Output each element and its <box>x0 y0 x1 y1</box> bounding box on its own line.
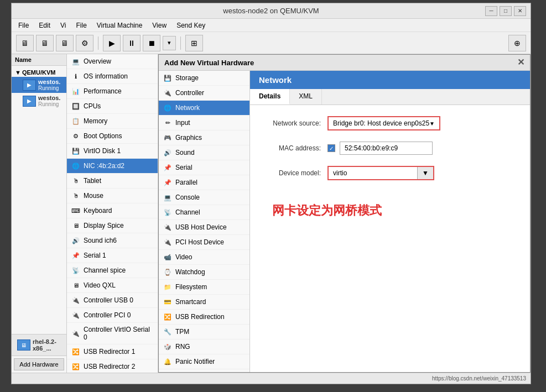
hw-controller-usb-label: Controller USB 0 <box>84 296 133 304</box>
menu-edit[interactable]: Edit <box>34 20 55 30</box>
dialog-close-button[interactable]: ✕ <box>517 58 524 67</box>
performance-icon: 📊 <box>71 87 80 96</box>
dlg-controller[interactable]: 🔌 Controller <box>159 86 249 101</box>
hw-usb-redirect2-label: USB Redirector 2 <box>84 363 135 370</box>
add-hardware-button[interactable]: Add Hardware <box>14 358 64 370</box>
mac-address-input[interactable] <box>340 142 433 155</box>
dlg-parallel[interactable]: 📌 Parallel <box>159 175 249 190</box>
nic-icon: 🌐 <box>71 161 80 170</box>
dlg-console-label: Console <box>175 194 200 201</box>
hw-overview[interactable]: 💻 Overview <box>67 54 158 69</box>
menu-view[interactable]: View <box>148 20 171 30</box>
hw-performance[interactable]: 📊 Performance <box>67 84 158 99</box>
hw-display-spice[interactable]: 🖥 Display Spice <box>67 218 158 233</box>
dlg-graphics[interactable]: 🎮 Graphics <box>159 130 249 145</box>
dlg-pci-host-icon: 🔌 <box>163 238 172 247</box>
toolbar-separator-2 <box>180 36 181 50</box>
device-model-input[interactable] <box>329 167 417 179</box>
toolbar-monitor-btn[interactable]: 🖥 <box>16 35 34 51</box>
maximize-button[interactable]: □ <box>500 6 512 16</box>
dlg-network[interactable]: 🌐 Network <box>159 101 249 116</box>
device-model-dropdown-btn[interactable]: ▼ <box>417 167 433 179</box>
network-panel: Network Details XML Network source: <box>250 71 530 372</box>
hw-video-qxl[interactable]: 🖥 Video QXL <box>67 278 158 293</box>
network-source-row: Network source: Bridge br0: Host device … <box>261 116 519 130</box>
toolbar-display-btn[interactable]: 🖥 <box>56 35 74 51</box>
dlg-rng[interactable]: 🎲 RNG <box>159 339 249 354</box>
hw-tablet[interactable]: 🖱 Tablet <box>67 174 158 189</box>
qemu-kvm-label[interactable]: ▼ QEMU/KVM <box>12 68 66 77</box>
vm-item-westos2[interactable]: ▶ westos. Running <box>12 93 66 109</box>
dlg-storage[interactable]: 💾 Storage <box>159 71 249 86</box>
dlg-serial[interactable]: 📌 Serial <box>159 160 249 175</box>
toolbar-screen-btn[interactable]: 🖥 <box>36 35 54 51</box>
close-button[interactable]: ✕ <box>514 6 526 16</box>
tab-details[interactable]: Details <box>250 89 290 104</box>
menu-vi[interactable]: Vi <box>56 20 70 30</box>
hw-nic[interactable]: 🌐 NIC :4b:2a:d2 <box>67 159 158 174</box>
dlg-sound[interactable]: 🔊 Sound <box>159 145 249 160</box>
hw-virtio-disk-label: VirtIO Disk 1 <box>84 147 121 155</box>
network-source-select[interactable]: Bridge br0: Host device enp0s25 ▼ <box>327 116 440 130</box>
hw-mouse[interactable]: 🖱 Mouse <box>67 189 158 203</box>
mouse-icon: 🖱 <box>71 191 80 200</box>
vm-item-rhel[interactable]: 🖥 rhel-8.2-x86_... <box>15 337 63 353</box>
tab-xml[interactable]: XML <box>290 89 322 104</box>
vm-item-westos1[interactable]: ▶ westos. Running <box>12 77 66 93</box>
menu-file[interactable]: File <box>14 20 33 30</box>
dlg-usb-redirect[interactable]: 🔀 USB Redirection <box>159 310 249 325</box>
hw-controller-virtio[interactable]: 🔌 Controller VirtIO Serial 0 <box>67 323 158 344</box>
hw-keyboard[interactable]: ⌨ Keyboard <box>67 203 158 218</box>
toolbar-help-btn[interactable]: ⊕ <box>508 35 526 51</box>
dialog-hw-list: 💾 Storage 🔌 Controller 🌐 Network ✏ <box>159 71 250 372</box>
hw-cpus[interactable]: 🔲 CPUs <box>67 99 158 114</box>
hw-usb-redirect1[interactable]: 🔀 USB Redirector 1 <box>67 344 158 359</box>
dlg-panic[interactable]: 🔔 Panic Notifier <box>159 354 249 369</box>
hw-controller-usb[interactable]: 🔌 Controller USB 0 <box>67 293 158 308</box>
hw-boot-options[interactable]: ⚙ Boot Options <box>67 129 158 144</box>
vm-icon-1: ▶ <box>23 80 36 91</box>
hw-usb-redirect2[interactable]: 🔀 USB Redirector 2 <box>67 359 158 373</box>
hw-os-info[interactable]: ℹ OS information <box>67 69 158 84</box>
dlg-channel[interactable]: 📡 Channel <box>159 205 249 220</box>
toolbar-pause-btn[interactable]: ⏸ <box>123 35 141 51</box>
toolbar-dropdown-btn[interactable]: ▾ <box>163 36 176 50</box>
dlg-smartcard[interactable]: 💳 Smartcard <box>159 295 249 310</box>
menubar: File Edit Vi File Virtual Machine View S… <box>12 19 531 32</box>
sidebar-header: Name <box>12 54 66 66</box>
vm-info-1: westos. Running <box>38 79 60 91</box>
hw-controller-virtio-label: Controller VirtIO Serial 0 <box>84 326 153 341</box>
hw-serial1[interactable]: 📌 Serial 1 <box>67 248 158 263</box>
dlg-filesystem-icon: 📁 <box>163 283 172 291</box>
dlg-watchdog[interactable]: ⌚ Watchdog <box>159 265 249 280</box>
dlg-input[interactable]: ✏ Input <box>159 116 249 130</box>
dlg-watchdog-label: Watchdog <box>175 268 205 276</box>
menu-send-key[interactable]: Send Key <box>172 20 210 30</box>
dlg-usb-host-icon: 🔌 <box>163 223 172 232</box>
dlg-console[interactable]: 💻 Console <box>159 190 249 205</box>
dlg-usb-host[interactable]: 🔌 USB Host Device <box>159 220 249 235</box>
dlg-storage-label: Storage <box>175 74 199 82</box>
dlg-tpm[interactable]: 🔧 TPM <box>159 325 249 339</box>
network-source-label: Network source: <box>261 119 327 127</box>
toolbar-separator-1 <box>98 36 98 50</box>
menu-virtual-machine[interactable]: Virtual Machine <box>92 20 147 30</box>
dlg-video[interactable]: 📹 Video <box>159 250 249 265</box>
hw-memory[interactable]: 📋 Memory <box>67 114 158 129</box>
toolbar-play-btn[interactable]: ▶ <box>103 35 121 51</box>
menu-file2[interactable]: File <box>71 20 91 30</box>
dlg-vsock[interactable]: 🔌 Virtio VSOCK <box>159 369 249 372</box>
dlg-filesystem[interactable]: 📁 Filesystem <box>159 280 249 295</box>
dlg-pci-host[interactable]: 🔌 PCI Host Device <box>159 235 249 250</box>
hw-virtio-disk[interactable]: 💾 VirtIO Disk 1 <box>67 144 158 159</box>
hw-controller-pci[interactable]: 🔌 Controller PCI 0 <box>67 308 158 323</box>
toolbar-settings-btn[interactable]: ⚙ <box>76 35 93 51</box>
minimize-button[interactable]: ─ <box>485 6 497 16</box>
toolbar-stop-btn[interactable]: ⏹ <box>143 35 160 51</box>
hw-channel-spice[interactable]: 📡 Channel spice <box>67 263 158 278</box>
main-area: Name ▼ QEMU/KVM ▶ westos. Running <box>12 54 531 373</box>
hw-sound-ich6[interactable]: 🔊 Sound ich6 <box>67 233 158 248</box>
mac-checkbox[interactable]: ✓ <box>327 144 335 152</box>
dlg-graphics-label: Graphics <box>175 134 202 142</box>
toolbar-fullscreen-btn[interactable]: ⊞ <box>185 35 203 51</box>
